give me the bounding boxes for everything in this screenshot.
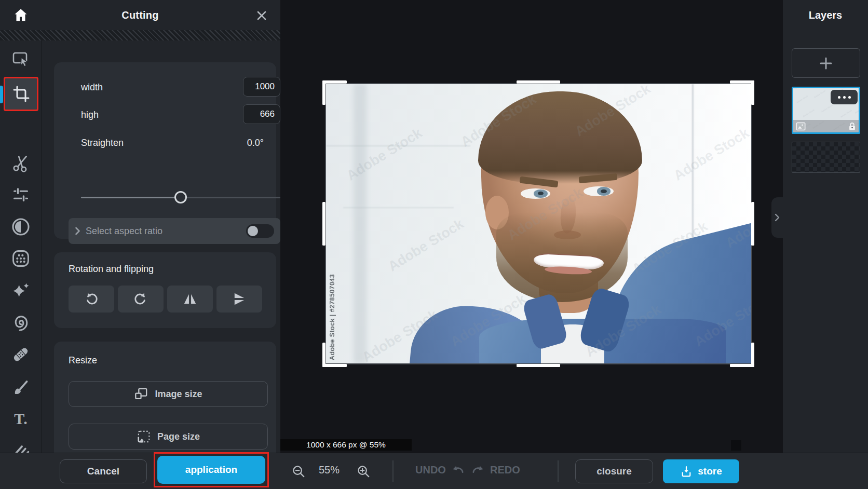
store-button[interactable]: store xyxy=(663,459,739,483)
watermark-id-text: Adobe Stock | #278507043 xyxy=(329,274,336,360)
crop-handle-top-right[interactable] xyxy=(730,80,754,84)
photo-person-shoulder xyxy=(800,88,805,89)
aspect-ratio-toggle[interactable] xyxy=(246,224,274,238)
watermark-text: Adobe Stock xyxy=(855,105,859,114)
active-tool-indicator xyxy=(0,86,3,103)
crop-handle-top-left[interactable] xyxy=(322,80,347,84)
layer-item-empty[interactable] xyxy=(792,142,860,173)
layers-title: Layers xyxy=(783,0,868,30)
undo-button[interactable]: UNDO xyxy=(415,464,465,476)
zoom-out-button[interactable] xyxy=(290,463,307,480)
closure-button[interactable]: closure xyxy=(575,459,653,483)
plus-icon xyxy=(819,56,833,71)
spiral-icon xyxy=(10,313,31,334)
photo-person-smile xyxy=(533,249,604,274)
crop-dimensions-card: width high Straighten 0.0° Select aspect… xyxy=(54,62,276,239)
tool-effects[interactable] xyxy=(0,278,42,305)
crop-handle-bottom-right[interactable] xyxy=(751,343,754,367)
hatched-divider xyxy=(0,30,280,40)
crop-handle-left[interactable] xyxy=(322,202,326,246)
rotate-ccw-icon xyxy=(84,291,99,307)
panel-title: Cutting xyxy=(42,0,239,30)
slider-thumb[interactable] xyxy=(174,191,187,203)
canvas-area[interactable]: Adobe StockAdobe StockAdobe StockAdobe S… xyxy=(280,0,783,453)
flip-vertical-button[interactable] xyxy=(216,286,262,313)
tool-retouch[interactable] xyxy=(0,341,42,368)
rotate-cw-icon xyxy=(133,291,148,307)
crop-icon xyxy=(12,85,31,103)
download-icon xyxy=(680,465,693,478)
lock-icon xyxy=(848,122,856,131)
ellipsis-icon xyxy=(848,96,851,99)
height-input[interactable] xyxy=(243,104,280,124)
tool-adjust[interactable] xyxy=(0,181,42,208)
sliders-icon xyxy=(11,186,31,203)
crop-handle-top-right[interactable] xyxy=(751,80,754,105)
width-input[interactable] xyxy=(243,77,280,97)
crop-settings-panel: width high Straighten 0.0° Select aspect… xyxy=(42,40,280,453)
straighten-label: Straighten xyxy=(81,138,124,148)
redo-button[interactable]: REDO xyxy=(471,464,520,476)
crop-handle-bottom[interactable] xyxy=(517,364,560,367)
straighten-value: 0.0° xyxy=(247,138,264,148)
tool-rail: T. xyxy=(0,40,42,453)
close-panel-button[interactable] xyxy=(252,6,271,25)
select-tool-icon xyxy=(11,49,31,68)
apply-button[interactable]: application xyxy=(157,456,265,484)
wall-shadow xyxy=(354,84,367,363)
expand-panel-tab[interactable] xyxy=(771,197,783,238)
image-layer-icon xyxy=(796,122,806,131)
watermark-text: Adobe Stock xyxy=(803,108,815,118)
tool-scissors[interactable] xyxy=(0,150,42,176)
rotate-cw-button[interactable] xyxy=(118,286,164,313)
add-layer-button[interactable] xyxy=(792,48,860,78)
crop-handle-bottom-left[interactable] xyxy=(322,343,326,367)
crop-handle-top[interactable] xyxy=(517,80,560,84)
tool-spiral[interactable] xyxy=(0,310,42,337)
width-label: width xyxy=(81,82,103,93)
resize-card: Resize Image size Page size xyxy=(54,342,276,466)
photo-image[interactable]: Adobe StockAdobe StockAdobe StockAdobe S… xyxy=(326,84,751,363)
scrollbar-corner xyxy=(731,440,741,451)
tool-mosaic[interactable] xyxy=(0,245,42,272)
bottom-action-bar: Cancel application 55% UNDO xyxy=(0,453,868,489)
page-size-icon xyxy=(137,429,151,444)
sparkles-icon xyxy=(10,281,31,302)
crop-handle-bottom-right[interactable] xyxy=(730,364,754,367)
crop-handle-bottom-left[interactable] xyxy=(322,364,347,367)
crop-handle-right[interactable] xyxy=(751,202,754,246)
straighten-slider[interactable] xyxy=(81,191,280,204)
tool-crop-active[interactable] xyxy=(4,77,38,111)
photo-editor-app: Adobe StockAdobe StockAdobe StockAdobe S… xyxy=(0,0,868,489)
layer-item-photo[interactable]: Adobe StockAdobe StockAdobe StockAdobe S… xyxy=(792,87,860,134)
rotate-ccw-button[interactable] xyxy=(69,286,114,313)
contrast-icon xyxy=(10,216,31,237)
page-size-button[interactable]: Page size xyxy=(69,424,268,450)
brick-line xyxy=(326,145,470,146)
tool-text[interactable]: T. xyxy=(0,405,42,432)
flip-horizontal-button[interactable] xyxy=(167,286,213,313)
home-button[interactable] xyxy=(0,0,42,30)
mosaic-icon xyxy=(10,248,31,269)
crop-handle-top-left[interactable] xyxy=(322,80,326,105)
flip-vertical-icon xyxy=(232,291,247,307)
tool-brush[interactable] xyxy=(0,373,42,400)
layer-options-button[interactable] xyxy=(831,90,858,104)
watermark-text: Adobe Stock xyxy=(796,94,808,104)
image-size-label: Image size xyxy=(155,389,202,400)
zoom-in-button[interactable] xyxy=(355,463,372,480)
divider xyxy=(392,460,394,482)
cancel-button[interactable]: Cancel xyxy=(60,459,147,483)
photo-person-eye xyxy=(584,186,613,196)
watermark-text: Adobe Stock xyxy=(813,89,826,99)
tool-contrast[interactable] xyxy=(0,213,42,240)
aspect-ratio-row[interactable]: Select aspect ratio xyxy=(69,218,280,244)
zoom-level-value[interactable]: 55% xyxy=(309,464,349,476)
panel-header: Cutting xyxy=(0,0,280,30)
image-size-button[interactable]: Image size xyxy=(69,381,268,407)
tool-select[interactable] xyxy=(0,45,42,72)
photo-person-eye xyxy=(521,188,550,198)
aspect-ratio-label: Select aspect ratio xyxy=(86,226,246,237)
layer-footer xyxy=(793,120,859,132)
photo-person-hair xyxy=(478,91,642,184)
